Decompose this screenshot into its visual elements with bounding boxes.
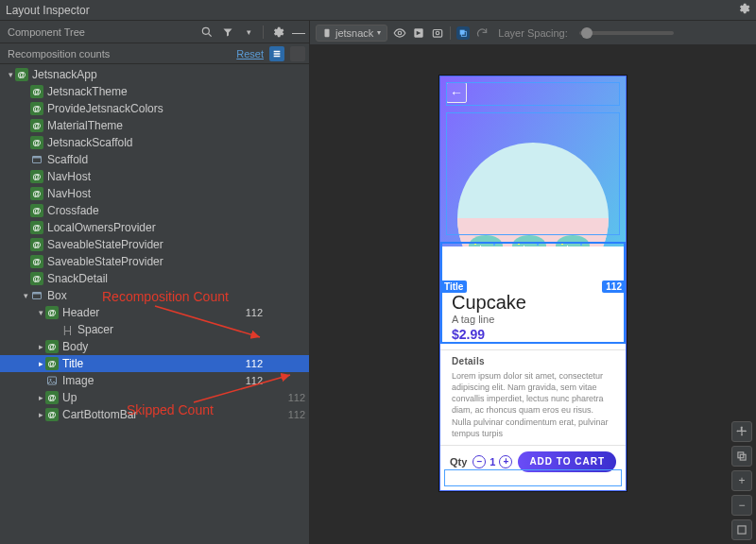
svg-point-6 [50, 379, 52, 381]
qty-stepper: – 1 + [472, 455, 512, 468]
zoom-fit-icon[interactable] [731, 519, 752, 540]
zoom-in-icon[interactable]: + [731, 470, 752, 491]
separator [450, 26, 451, 40]
expand-arrow[interactable]: ▾ [6, 70, 15, 79]
node-label: NavHost [47, 170, 237, 183]
node-label: LocalOwnersProvider [47, 221, 237, 234]
node-icon: @ [15, 68, 28, 81]
live-icon[interactable] [412, 26, 425, 40]
tree-row[interactable]: @ProvideJetsnackColors [0, 100, 309, 117]
gear-icon[interactable] [737, 2, 750, 18]
tree-row[interactable]: ▾Box [0, 287, 309, 304]
tree-row[interactable]: @SaveableStateProvider [0, 236, 309, 253]
node-icon [30, 289, 43, 302]
tree-row[interactable]: @JetsnackTheme [0, 83, 309, 100]
tree-row[interactable]: @SnackDetail [0, 270, 309, 287]
node-label: JetsnackTheme [47, 85, 237, 98]
expand-arrow[interactable]: ▸ [36, 359, 45, 368]
skip-count-column-icon[interactable] [290, 46, 305, 61]
node-label: Box [47, 289, 237, 302]
visibility-icon[interactable] [393, 26, 406, 40]
details-label: Details [452, 356, 614, 366]
tree-row[interactable]: ▾@Header112 [0, 304, 309, 321]
recomp-count: 112 [237, 375, 263, 386]
node-label: ProvideJetsnackColors [47, 102, 237, 115]
svg-rect-4 [33, 293, 42, 295]
tree-row[interactable]: |–|Spacer [0, 321, 309, 338]
qty-decrement[interactable]: – [472, 455, 486, 468]
node-icon: @ [30, 255, 43, 268]
layer-spacing-label: Layer Spacing: [498, 27, 567, 39]
tree-row[interactable]: @SaveableStateProvider [0, 253, 309, 270]
node-icon [45, 374, 59, 387]
tree-row[interactable]: Image112 [0, 372, 309, 389]
search-icon[interactable] [200, 26, 214, 39]
details-section-header: Details [440, 349, 626, 368]
phone-preview: ← Cupcake A tag line $2.99 [439, 76, 627, 491]
overlay-toggle-icon[interactable] [456, 26, 470, 40]
component-tree[interactable]: ▾@JetsnackApp@JetsnackTheme@ProvideJetsn… [0, 64, 309, 544]
reset-link[interactable]: Reset [236, 48, 264, 60]
add-to-cart-button[interactable]: ADD TO CART [518, 451, 616, 472]
snack-price: $2.99 [452, 327, 614, 342]
filter-icon[interactable] [221, 26, 234, 39]
svg-rect-2 [33, 157, 42, 159]
chevron-down-icon: ▾ [377, 28, 381, 37]
node-label: NavHost [47, 187, 237, 200]
tree-row[interactable]: ▸@Title112 [0, 355, 309, 372]
node-icon: @ [30, 272, 43, 285]
node-label: Crossfade [47, 204, 237, 217]
expand-arrow[interactable]: ▸ [36, 342, 45, 351]
details-body: Lorem ipsum dolor sit amet, consectetur … [440, 368, 626, 445]
tree-row[interactable]: ▾@JetsnackApp [0, 66, 309, 83]
skip-count: 112 [280, 392, 305, 403]
snapshot-icon[interactable] [431, 26, 444, 40]
tree-row[interactable]: ▸@Up112 [0, 389, 309, 406]
node-label: Up [62, 391, 237, 404]
tree-row[interactable]: @NavHost [0, 168, 309, 185]
node-label: Spacer [77, 323, 237, 336]
tree-row[interactable]: ▸@Body [0, 338, 309, 355]
tree-toolbar: ▾ — [200, 26, 305, 39]
expand-arrow[interactable]: ▸ [36, 410, 45, 419]
recomp-count-column-icon[interactable] [269, 46, 284, 61]
node-label: Title [62, 357, 237, 370]
node-label: SaveableStateProvider [47, 238, 237, 251]
tree-row[interactable]: Scaffold [0, 151, 309, 168]
pan-icon[interactable] [731, 421, 752, 442]
layer-spacing-slider[interactable] [579, 31, 674, 35]
node-icon: @ [30, 221, 43, 234]
qty-increment[interactable]: + [499, 455, 512, 468]
device-process-name: jetsnack [335, 27, 373, 39]
tree-row[interactable]: @NavHost [0, 185, 309, 202]
refresh-icon[interactable] [475, 26, 489, 40]
skip-count [280, 307, 305, 318]
node-label: CartBottomBar [62, 408, 237, 421]
expand-arrow[interactable]: ▾ [21, 291, 30, 300]
selection-outline [446, 82, 620, 106]
tree-row[interactable]: @MaterialTheme [0, 117, 309, 134]
node-counts: 112 [237, 358, 305, 369]
qty-value: 1 [488, 456, 497, 468]
recomp-count: 112 [237, 307, 263, 318]
expand-arrow[interactable]: ▾ [36, 308, 45, 317]
expand-arrow[interactable]: ▸ [36, 393, 45, 402]
slider-knob[interactable] [581, 27, 593, 39]
tree-row[interactable]: ▸@CartBottomBar112 [0, 406, 309, 423]
device-selector[interactable]: jetsnack ▾ [316, 25, 387, 42]
tree-row[interactable]: @JetsnackScaffold [0, 134, 309, 151]
tree-row[interactable]: @Crossfade [0, 202, 309, 219]
recomp-count [237, 392, 263, 403]
node-icon: @ [45, 391, 59, 404]
node-icon: @ [30, 238, 43, 251]
minimize-icon[interactable]: — [292, 26, 305, 39]
preview-canvas[interactable]: ← Cupcake A tag line $2.99 [310, 45, 756, 544]
back-button[interactable]: ← [446, 82, 467, 103]
tree-row[interactable]: @LocalOwnersProvider [0, 219, 309, 236]
settings-icon[interactable] [271, 26, 284, 39]
node-label: Header [62, 306, 237, 319]
chevron-down-icon[interactable]: ▾ [242, 26, 255, 39]
component-tree-header: Component Tree ▾ — [0, 21, 309, 43]
zoom-out-icon[interactable]: − [731, 495, 752, 516]
rotate-3d-icon[interactable] [731, 446, 752, 467]
